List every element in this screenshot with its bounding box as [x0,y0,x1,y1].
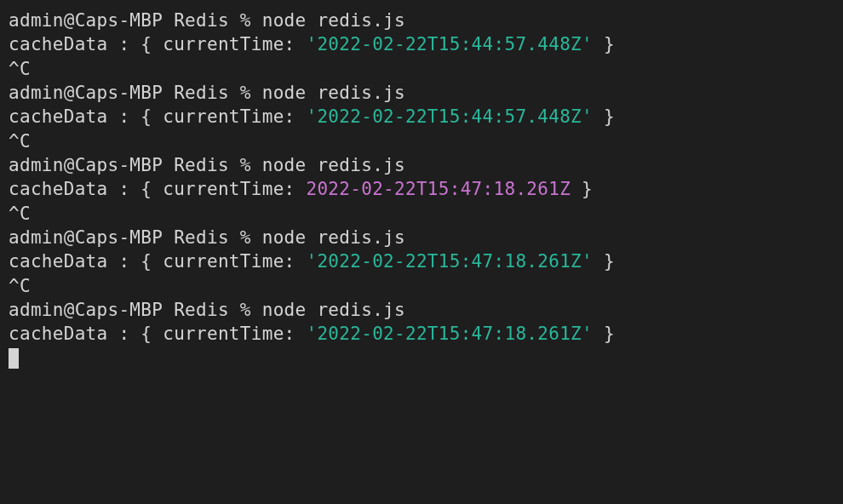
shell-prompt: admin@Caps-MBP Redis % [9,10,262,31]
interrupt-signal: ^C [9,276,31,296]
output-suffix: } [571,179,593,199]
prompt-line: admin@Caps-MBP Redis % node redis.js [9,9,834,32]
timestamp-value: 2022-02-22T15:47:18.261Z [306,179,571,199]
shell-prompt: admin@Caps-MBP Redis % [9,227,262,248]
shell-prompt: admin@Caps-MBP Redis % [9,83,262,103]
interrupt-line: ^C [9,274,834,298]
command-text: node redis.js [262,227,405,248]
command-text: node redis.js [262,300,405,320]
timestamp-value: '2022-02-22T15:44:57.448Z' [306,106,593,127]
terminal-output[interactable]: admin@Caps-MBP Redis % node redis.js cac… [9,9,834,370]
output-line: cacheData : { currentTime: '2022-02-22T1… [9,249,834,273]
interrupt-line: ^C [9,202,834,226]
prompt-line: admin@Caps-MBP Redis % node redis.js [9,298,834,322]
output-prefix: cacheData : { currentTime: [9,251,306,272]
timestamp-value: '2022-02-22T15:44:57.448Z' [306,34,593,54]
prompt-line: admin@Caps-MBP Redis % node redis.js [9,81,834,105]
timestamp-value: '2022-02-22T15:47:18.261Z' [306,324,593,344]
timestamp-value: '2022-02-22T15:47:18.261Z' [306,251,593,272]
output-suffix: } [593,34,615,54]
shell-prompt: admin@Caps-MBP Redis % [9,300,262,320]
interrupt-line: ^C [9,57,834,81]
interrupt-line: ^C [9,129,834,153]
shell-prompt: admin@Caps-MBP Redis % [9,155,262,175]
output-line: cacheData : { currentTime: '2022-02-22T1… [9,105,834,129]
interrupt-signal: ^C [9,203,31,224]
output-line: cacheData : { currentTime: '2022-02-22T1… [9,32,834,56]
output-prefix: cacheData : { currentTime: [9,34,306,54]
output-suffix: } [593,324,615,344]
output-suffix: } [593,106,615,127]
output-prefix: cacheData : { currentTime: [9,179,306,199]
prompt-line: admin@Caps-MBP Redis % node redis.js [9,153,834,177]
command-text: node redis.js [262,83,405,103]
output-prefix: cacheData : { currentTime: [9,324,306,344]
prompt-line: admin@Caps-MBP Redis % node redis.js [9,226,834,249]
command-text: node redis.js [262,155,405,175]
output-suffix: } [593,251,615,272]
command-text: node redis.js [262,10,405,31]
interrupt-signal: ^C [9,131,31,152]
output-line: cacheData : { currentTime: 2022-02-22T15… [9,177,834,201]
output-prefix: cacheData : { currentTime: [9,106,306,127]
cursor-line [9,346,834,370]
cursor-icon [9,348,19,369]
output-line: cacheData : { currentTime: '2022-02-22T1… [9,322,834,346]
interrupt-signal: ^C [9,59,31,79]
